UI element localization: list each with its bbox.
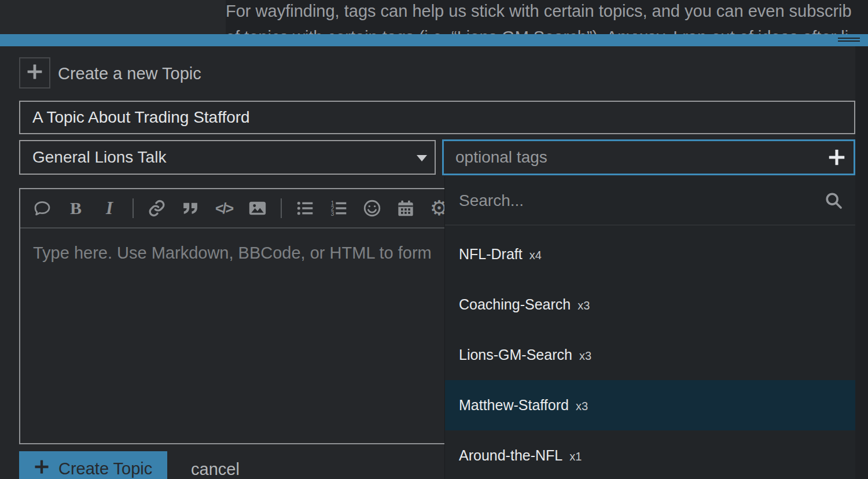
tag-list-item[interactable]: Coaching-Search x3 [445,279,855,330]
tags-placeholder: optional tags [455,148,828,167]
add-tag-plus-icon[interactable] [828,149,845,166]
tag-list: NFL-Draft x4 Coaching-Search x3 Lions-GM… [445,229,855,479]
category-select[interactable]: General Lions Talk [19,140,436,175]
emoji-icon[interactable] [362,197,382,220]
tag-name: Matthew-Stafford [459,397,569,414]
blockquote-icon[interactable] [180,197,201,220]
tag-list-item[interactable]: NFL-Draft x4 [445,229,855,279]
tag-name: NFL-Draft [459,246,523,263]
tag-search-row [445,176,855,226]
search-icon [824,191,844,211]
tag-count: x3 [579,349,591,363]
composer-right-gutter [855,46,868,479]
tag-name: Coaching-Search [459,296,571,313]
plus-icon [27,64,43,82]
background-page-gutter [0,0,226,34]
calendar-icon[interactable] [395,197,416,220]
bold-icon[interactable]: B [65,197,86,220]
plus-icon [34,459,49,478]
tags-input[interactable]: optional tags [442,139,855,175]
tag-count: x3 [576,400,588,413]
link-icon[interactable] [146,197,167,220]
category-selected-value: General Lions Talk [32,148,166,167]
tag-count: x1 [569,450,582,463]
numbered-list-icon[interactable]: 123 [328,197,349,220]
tag-name: Lions-GM-Search [459,347,572,363]
new-topic-plus-badge [19,57,50,89]
chevron-down-icon [417,155,427,161]
tag-list-item[interactable]: Lions-GM-Search x3 [445,330,855,380]
toolbar-divider [281,198,282,218]
tag-count: x3 [578,299,590,312]
tag-search-input[interactable] [459,191,824,210]
tag-name: Around-the-NFL [459,447,562,464]
composer-title: Create a new Topic [58,64,201,83]
tag-list-item[interactable]: Matthew-Stafford x3 [445,380,855,430]
tag-list-item[interactable]: Around-the-NFL x1 [445,430,855,479]
create-topic-button[interactable]: Create Topic [19,451,167,479]
italic-icon[interactable]: I [99,197,120,220]
toolbar-divider [133,198,134,218]
grippie-icon [838,38,860,42]
code-icon[interactable]: </> [214,197,234,220]
background-text-line: For wayfinding, tags can help us stick w… [226,0,852,24]
svg-text:3: 3 [331,211,334,217]
image-icon[interactable] [247,197,268,220]
tag-count: x4 [529,249,542,262]
tag-dropdown: NFL-Draft x4 Coaching-Search x3 Lions-GM… [444,176,855,479]
bullet-list-icon[interactable] [295,197,315,220]
cancel-link[interactable]: cancel [191,460,240,479]
screen: For wayfinding, tags can help us stick w… [0,0,868,479]
composer-resize-grippie[interactable] [0,34,868,46]
topic-title-input[interactable] [19,101,855,134]
create-topic-label: Create Topic [58,459,152,478]
comment-icon[interactable] [32,197,53,220]
